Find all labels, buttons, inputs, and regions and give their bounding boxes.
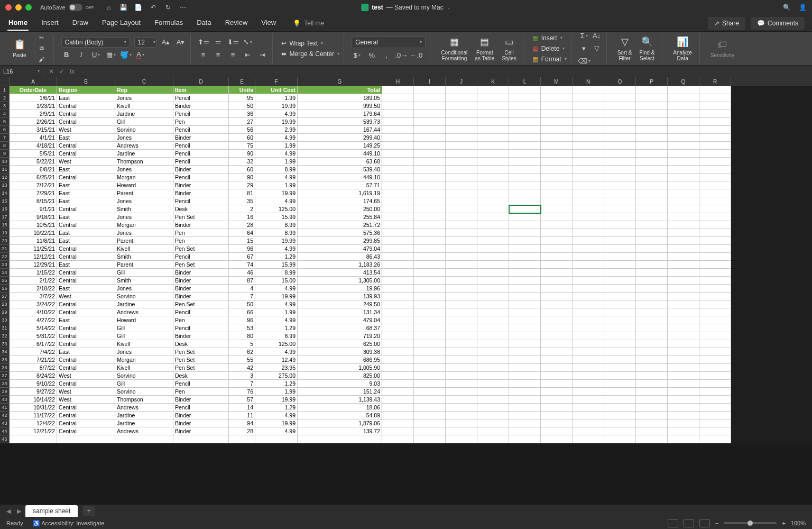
- cell-N37[interactable]: [573, 372, 604, 380]
- cell-L3[interactable]: [509, 102, 541, 110]
- cell-N18[interactable]: [573, 221, 604, 229]
- cell-B31[interactable]: Central: [57, 324, 115, 332]
- cell-H11[interactable]: [382, 166, 414, 174]
- cell-R44[interactable]: [699, 427, 731, 435]
- cell-D13[interactable]: Binder: [173, 181, 229, 189]
- cell-L29[interactable]: [509, 308, 541, 316]
- cell-M8[interactable]: [541, 142, 573, 150]
- cell-N25[interactable]: [573, 277, 604, 285]
- cell-J24[interactable]: [446, 269, 477, 277]
- cell-F30[interactable]: 4.99: [255, 316, 298, 324]
- cell-K13[interactable]: [477, 181, 509, 189]
- format-as-table-button[interactable]: ▤ Format as Table: [472, 33, 497, 64]
- row-header-1[interactable]: 1: [0, 86, 10, 94]
- cell-E30[interactable]: 96: [229, 316, 255, 324]
- cell-Q24[interactable]: [668, 269, 699, 277]
- cell-D41[interactable]: Pencil: [173, 404, 229, 412]
- cell-F18[interactable]: 8.99: [255, 221, 298, 229]
- cell-P15[interactable]: [636, 197, 668, 205]
- cell-C10[interactable]: Thompson: [115, 158, 173, 166]
- cell-D22[interactable]: Pencil: [173, 253, 229, 261]
- cell-L43[interactable]: [509, 419, 541, 427]
- cell-A4[interactable]: 2/9/21: [10, 110, 57, 118]
- row-header-11[interactable]: 11: [0, 166, 10, 174]
- fill-color-button[interactable]: 🪣▾: [121, 50, 131, 60]
- cell-M28[interactable]: [541, 300, 573, 308]
- cell-P5[interactable]: [636, 118, 668, 126]
- cell-C5[interactable]: Gill: [115, 118, 173, 126]
- cell-M23[interactable]: [541, 261, 573, 269]
- cell-Q18[interactable]: [668, 221, 699, 229]
- cell-D37[interactable]: Desk: [173, 372, 229, 380]
- cell-G38[interactable]: 9.03: [298, 380, 382, 388]
- next-sheet-button[interactable]: ▶: [15, 508, 23, 515]
- cell-L26[interactable]: [509, 285, 541, 293]
- cell-Q13[interactable]: [668, 181, 699, 189]
- row-header-28[interactable]: 28: [0, 300, 10, 308]
- cell-G2[interactable]: 189.05: [298, 94, 382, 102]
- cell-E28[interactable]: 50: [229, 300, 255, 308]
- cell-P42[interactable]: [636, 412, 668, 419]
- cell-K41[interactable]: [477, 404, 509, 412]
- ribbon-tab-insert[interactable]: Insert: [40, 15, 60, 31]
- cell-L24[interactable]: [509, 269, 541, 277]
- cell-B37[interactable]: West: [57, 372, 115, 380]
- cell-J32[interactable]: [446, 332, 477, 340]
- cell-H36[interactable]: [382, 364, 414, 372]
- cell-I10[interactable]: [414, 158, 446, 166]
- cell-N14[interactable]: [573, 189, 604, 197]
- cell-P11[interactable]: [636, 166, 668, 174]
- cell-D38[interactable]: Pencil: [173, 380, 229, 388]
- cell-K29[interactable]: [477, 308, 509, 316]
- cell-R39[interactable]: [699, 388, 731, 396]
- cell-G42[interactable]: 54.89: [298, 412, 382, 419]
- cell-R13[interactable]: [699, 181, 731, 189]
- home-icon[interactable]: ⌂: [105, 3, 113, 12]
- cell-J20[interactable]: [446, 237, 477, 245]
- cell-O25[interactable]: [604, 277, 636, 285]
- cell-K20[interactable]: [477, 237, 509, 245]
- cell-Q23[interactable]: [668, 261, 699, 269]
- cell-N36[interactable]: [573, 364, 604, 372]
- cell-N38[interactable]: [573, 380, 604, 388]
- cell-P12[interactable]: [636, 174, 668, 181]
- cell-H13[interactable]: [382, 181, 414, 189]
- cell-J43[interactable]: [446, 419, 477, 427]
- cell-Q15[interactable]: [668, 197, 699, 205]
- cell-K19[interactable]: [477, 229, 509, 237]
- column-header-N[interactable]: N: [573, 77, 604, 86]
- cell-E18[interactable]: 28: [229, 221, 255, 229]
- row-header-14[interactable]: 14: [0, 189, 10, 197]
- column-header-J[interactable]: J: [446, 77, 477, 86]
- cell-I44[interactable]: [414, 427, 446, 435]
- cell-R6[interactable]: [699, 126, 731, 134]
- close-window-button[interactable]: [5, 4, 12, 11]
- cell-R1[interactable]: [699, 86, 731, 94]
- row-header-41[interactable]: 41: [0, 404, 10, 412]
- cell-Q3[interactable]: [668, 102, 699, 110]
- cell-D39[interactable]: Pen: [173, 388, 229, 396]
- cell-P20[interactable]: [636, 237, 668, 245]
- cell-G34[interactable]: 309.38: [298, 348, 382, 356]
- row-header-29[interactable]: 29: [0, 308, 10, 316]
- cell-O20[interactable]: [604, 237, 636, 245]
- row-header-3[interactable]: 3: [0, 102, 10, 110]
- cell-N2[interactable]: [573, 94, 604, 102]
- cell-I7[interactable]: [414, 134, 446, 142]
- cell-H8[interactable]: [382, 142, 414, 150]
- cell-D32[interactable]: Binder: [173, 332, 229, 340]
- sort-filter-button[interactable]: ▽ Sort & Filter: [614, 33, 635, 64]
- cell-E36[interactable]: 42: [229, 364, 255, 372]
- cell-O21[interactable]: [604, 245, 636, 253]
- cell-K5[interactable]: [477, 118, 509, 126]
- cell-I39[interactable]: [414, 388, 446, 396]
- row-header-32[interactable]: 32: [0, 332, 10, 340]
- cell-A41[interactable]: 10/31/22: [10, 404, 57, 412]
- cell-D44[interactable]: Binder: [173, 427, 229, 435]
- cell-N9[interactable]: [573, 150, 604, 158]
- cell-E9[interactable]: 90: [229, 150, 255, 158]
- cell-B40[interactable]: West: [57, 396, 115, 404]
- cell-B35[interactable]: Central: [57, 356, 115, 364]
- cell-F43[interactable]: 19.99: [255, 419, 298, 427]
- cell-C27[interactable]: Sorvino: [115, 293, 173, 300]
